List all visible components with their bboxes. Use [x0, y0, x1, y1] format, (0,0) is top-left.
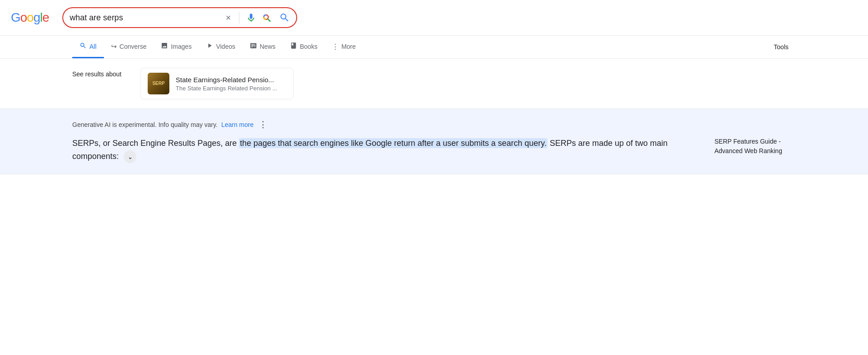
images-icon [161, 42, 168, 51]
tab-more[interactable]: ⋮ More [325, 36, 363, 58]
serp-thumbnail: SERP [148, 73, 169, 94]
ai-main-text: SERPs, or Search Engine Results Pages, a… [72, 137, 696, 163]
converse-icon: ↪ [111, 42, 117, 51]
tab-news[interactable]: News [243, 36, 283, 58]
ai-text-before: SERPs, or Search Engine Results Pages, a… [72, 139, 239, 148]
tab-videos[interactable]: Videos [199, 36, 243, 58]
nav-tabs: All ↪ Converse Images Videos News Books … [0, 36, 868, 59]
news-icon [250, 42, 257, 51]
ai-disclaimer-text: Generative AI is experimental. Info qual… [72, 121, 218, 128]
see-results-card-title: State Earnings-Related Pensio... [176, 76, 277, 84]
ai-section: Generative AI is experimental. Info qual… [0, 109, 868, 174]
see-results-card-subtitle: The State Earnings Related Pension ... [176, 85, 277, 92]
videos-icon [206, 42, 213, 51]
serp-thumbnail-inner: SERP [148, 73, 169, 94]
tab-more-label: More [341, 43, 356, 50]
header: Google what are serps × [0, 0, 868, 36]
svg-line-4 [268, 19, 270, 21]
microphone-icon[interactable] [246, 12, 257, 23]
ai-expand-button[interactable]: ⌄ [124, 150, 136, 163]
see-results-card[interactable]: SERP State Earnings-Related Pensio... Th… [140, 68, 294, 99]
ai-learn-more-link[interactable]: Learn more [221, 121, 254, 128]
see-results-label: See results about [72, 68, 131, 79]
more-dots-icon: ⋮ [332, 42, 339, 51]
ai-content-row: SERPs, or Search Engine Results Pages, a… [72, 137, 796, 163]
chevron-down-icon: ⌄ [128, 154, 133, 160]
lens-icon[interactable] [261, 12, 272, 23]
search-box[interactable]: what are serps × [62, 7, 297, 28]
search-divider [239, 12, 239, 23]
tab-all[interactable]: All [72, 36, 104, 58]
see-results-text-group: State Earnings-Related Pensio... The Sta… [176, 76, 277, 92]
ai-sidebar[interactable]: SERP Features Guide - Advanced Web Ranki… [714, 137, 796, 156]
tab-images[interactable]: Images [154, 36, 199, 58]
google-logo[interactable]: Google [11, 10, 49, 25]
search-input[interactable]: what are serps [70, 13, 219, 23]
tools-button[interactable]: Tools [766, 37, 796, 57]
clear-icon[interactable]: × [224, 13, 233, 23]
ai-disclaimer: Generative AI is experimental. Info qual… [72, 120, 796, 130]
ai-text-highlighted: the pages that search engines like Googl… [239, 138, 547, 148]
tab-books-label: Books [300, 43, 317, 50]
ai-options-icon[interactable]: ⋮ [259, 120, 267, 130]
tab-converse-label: Converse [120, 43, 147, 50]
tab-all-label: All [89, 43, 97, 50]
tab-news-label: News [260, 43, 275, 50]
all-icon [79, 42, 87, 51]
tab-images-label: Images [171, 43, 191, 50]
tab-books[interactable]: Books [283, 36, 325, 58]
see-results-section: See results about SERP State Earnings-Re… [0, 59, 868, 109]
tab-converse[interactable]: ↪ Converse [104, 36, 154, 58]
books-icon [290, 42, 297, 51]
tab-videos-label: Videos [216, 43, 235, 50]
search-submit-icon[interactable] [279, 12, 290, 23]
